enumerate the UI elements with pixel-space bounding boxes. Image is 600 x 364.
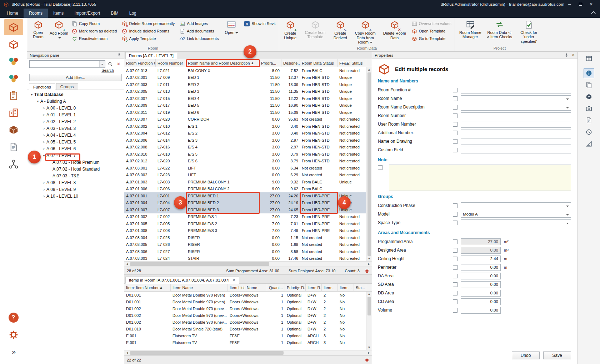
- room-row[interactable]: A.07.01.003 L7-003 PREMIUM BALCONY 1 9.0…: [124, 178, 372, 186]
- field-input[interactable]: [461, 138, 571, 145]
- column-header-room-data-status[interactable]: Room Data Status: [300, 59, 338, 67]
- area-value-input[interactable]: 0.00: [461, 307, 501, 314]
- maximize-button[interactable]: [575, 2, 586, 6]
- link-to-documents-button[interactable]: Link to documents: [180, 35, 219, 42]
- note-checkbox[interactable]: [378, 165, 382, 170]
- room-name-manager-button[interactable]: Room Name Manager: [456, 18, 485, 46]
- tree-expand-icon[interactable]: [41, 154, 46, 157]
- apply-template-button[interactable]: ✓Apply Template: [122, 35, 175, 42]
- rooms-horizontal-scrollbar[interactable]: ◀ ▶: [124, 261, 372, 267]
- tree-item[interactable]: A.01 - LEVEL 1: [27, 111, 124, 118]
- field-checkbox[interactable]: [453, 291, 458, 295]
- column-header-programmed[interactable]: Progra...: [259, 59, 281, 67]
- tree-expand-icon[interactable]: [35, 100, 40, 103]
- item-row[interactable]: D01.002 Door Metal Double 970 (unev... D…: [124, 319, 372, 325]
- column-header-status[interactable]: Sta...: [354, 284, 366, 291]
- field-checkbox[interactable]: [453, 139, 458, 144]
- documents-panel-button[interactable]: [584, 80, 594, 90]
- item-row[interactable]: D01.010 Door Metal Single 720 (stud) Doo…: [124, 325, 372, 332]
- area-value-input[interactable]: 0.00: [461, 247, 501, 254]
- model-panel-button[interactable]: [584, 92, 594, 102]
- room-row[interactable]: A.07.03.004 L7-025 RISER 0.00 1.15 Not c…: [124, 234, 372, 241]
- sidebar-item-room-functions[interactable]: [4, 36, 23, 52]
- room-row[interactable]: A.07.01.006 L7-006 PREMIUM BALCONY 2 9.0…: [124, 186, 372, 193]
- room-row[interactable]: A.07.02.004 L7-012 E/S 2 3.00 3.40 From …: [124, 130, 372, 137]
- room-row[interactable]: A.07.02.008 L7-016 E/S 4 3.00 2.97 From …: [124, 144, 372, 151]
- room-row[interactable]: A.07.02.009 L7-017 BED 5 11.50 16.90 Fro…: [124, 102, 372, 109]
- room-row[interactable]: A.07.02.006 L7-014 E/S 3 3.00 2.97 From …: [124, 137, 372, 144]
- field-input[interactable]: [461, 121, 571, 128]
- column-header-quantity[interactable]: Quant...: [267, 284, 285, 291]
- field-checkbox[interactable]: [453, 282, 458, 287]
- room-row[interactable]: A.07.02.007 L7-015 BED 4 11.50 12.22 Fro…: [124, 95, 372, 102]
- tree-item[interactable]: A.06 - LEVEL 6: [27, 145, 124, 152]
- room-row[interactable]: A.07.01.007 L7-007 PREMIUM BED 3 27.00 2…: [124, 206, 372, 213]
- tree-item[interactable]: A.07.02 - Hotel Standard: [27, 166, 124, 172]
- help-button[interactable]: ?: [4, 310, 23, 325]
- column-header-item-name[interactable]: Item: Name: [171, 284, 228, 291]
- field-checkbox[interactable]: [453, 105, 458, 110]
- tree-item[interactable]: A.02 - LEVEL 2: [27, 118, 124, 125]
- room-row[interactable]: A.07.01.005 L7-005 PREMIUM E/S 2 7.00 7.…: [124, 220, 372, 227]
- overwritten-values-button[interactable]: Overwritten values: [412, 20, 451, 27]
- item-row[interactable]: D01.001 Door Metal Double 970 (even) Doo…: [124, 292, 372, 298]
- item-row[interactable]: D01.002 Door Metal Double 970 (unev... D…: [124, 312, 372, 319]
- item-row[interactable]: E.001 Flatscreen TV FF&E 1 Optional ARCH…: [124, 339, 372, 346]
- ribbon-tab[interactable]: Rooms: [24, 9, 48, 18]
- room-row[interactable]: A.07.02.002 L7-010 E/S 1 3.00 3.40 From …: [124, 123, 372, 130]
- go-to-template-button[interactable]: Go to Template: [412, 35, 451, 42]
- room-row[interactable]: A.07.03.007 L7-028 CORRIDOR 0.00 95.63 N…: [124, 116, 372, 123]
- field-checkbox[interactable]: [453, 299, 458, 304]
- field-input[interactable]: [461, 95, 571, 102]
- field-checkbox[interactable]: [453, 257, 458, 261]
- area-value-input[interactable]: 0.00: [461, 273, 501, 279]
- tree-expand-icon[interactable]: [41, 119, 46, 124]
- tree-item[interactable]: A.05 - LEVEL 5: [27, 138, 124, 145]
- column-header-room-name[interactable]: Room Name and Room Description▲: [186, 59, 259, 67]
- column-header-room-number[interactable]: Room Number: [156, 59, 186, 67]
- room-row[interactable]: A.07.01.008 L7-008 PREMIUM E/S 3 7.00 7.…: [124, 227, 372, 234]
- copy-room-button[interactable]: Copy Room: [72, 20, 117, 27]
- data-grid-view-button[interactable]: [584, 54, 594, 64]
- add-documents-button[interactable]: Add documents: [180, 28, 219, 34]
- field-input[interactable]: [461, 130, 571, 136]
- column-header-item-list[interactable]: Item List: Name: [228, 284, 267, 291]
- room-row[interactable]: A.07.02.005 L7-013 BED 3 11.50 11.35 Fro…: [124, 88, 372, 95]
- column-header-item-number[interactable]: Item: Item Number▲: [124, 284, 171, 291]
- search-link[interactable]: Search: [101, 68, 114, 72]
- scroll-left-icon[interactable]: ◀: [124, 352, 130, 354]
- close-panel-icon[interactable]: ✕: [572, 53, 575, 57]
- scroll-right-icon[interactable]: ▶: [366, 263, 372, 266]
- field-checkbox[interactable]: [453, 265, 458, 270]
- images-panel-button[interactable]: [584, 103, 594, 113]
- add-images-button[interactable]: Add Images: [180, 20, 219, 27]
- tree-expand-icon[interactable]: [41, 126, 46, 131]
- tree-item[interactable]: A.08 - LEVEL 8: [27, 179, 124, 186]
- ribbon-tab[interactable]: BIM: [105, 9, 124, 18]
- room-row[interactable]: A.07.03.002 L7-023 LIFT 0.00 6.29 Not cr…: [124, 172, 372, 179]
- field-input[interactable]: [461, 104, 571, 111]
- delete-room-permanently-button[interactable]: ✕Delete Room permanently: [122, 20, 175, 27]
- item-row[interactable]: D01.001 Door Metal Double 970 (even) Doo…: [124, 298, 372, 305]
- add-room-button[interactable]: + Add Room: [49, 18, 69, 46]
- scrollbar-thumb[interactable]: [130, 262, 269, 266]
- scrollbar-thumb[interactable]: [130, 351, 284, 355]
- sidebar-item-rooms[interactable]: [4, 19, 23, 35]
- tree-expand-icon[interactable]: [41, 146, 46, 151]
- column-header-item-r[interactable]: Item: R...: [306, 284, 322, 291]
- item-row[interactable]: D01.002 Door Metal Double 970 (unev... D…: [124, 305, 372, 312]
- items-horizontal-scrollbar[interactable]: ◀ ▶: [124, 350, 372, 355]
- area-value-input[interactable]: 27.00: [461, 238, 501, 245]
- scroll-left-icon[interactable]: ◀: [124, 263, 130, 266]
- tree-item[interactable]: A - Building A: [27, 98, 124, 105]
- items-vertical-scrollbar[interactable]: ▲▼: [366, 292, 372, 350]
- field-checkbox[interactable]: [453, 248, 458, 253]
- field-checkbox[interactable]: [453, 212, 458, 217]
- column-header-item-2[interactable]: Item:...: [338, 284, 354, 291]
- report-icon[interactable]: [365, 268, 369, 273]
- column-header-item-1[interactable]: Item:...: [322, 284, 338, 291]
- save-button[interactable]: Save: [543, 352, 571, 359]
- create-unique-button[interactable]: + Create Unique: [280, 18, 301, 46]
- field-checkbox[interactable]: [453, 88, 458, 92]
- item-row[interactable]: E.001 Flatscreen TV FF&E 1 Optional ARCH…: [124, 332, 372, 339]
